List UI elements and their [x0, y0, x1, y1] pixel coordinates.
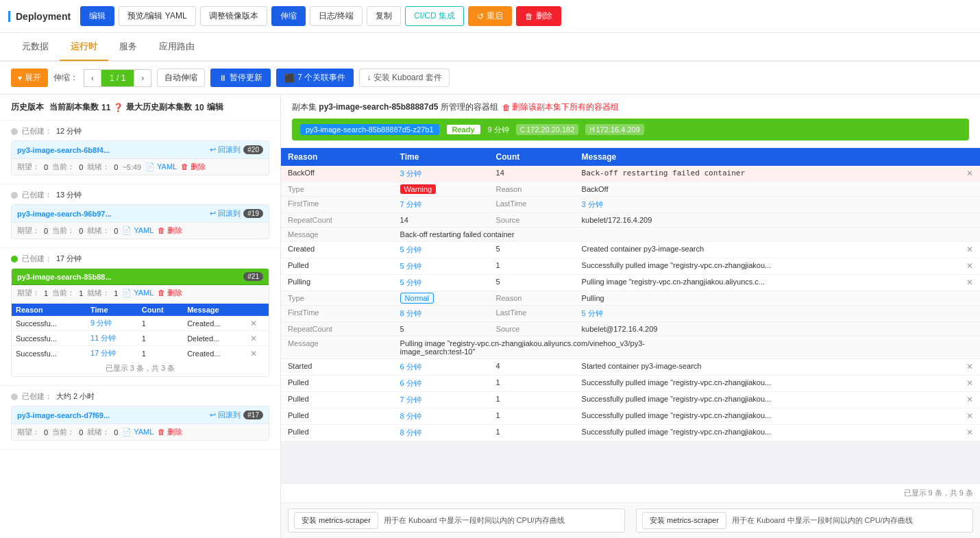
page-prev-button[interactable]: ‹	[84, 69, 101, 87]
col-message: Message	[575, 148, 980, 166]
yaml-link-4[interactable]: 📄 YAML	[122, 428, 154, 437]
delete-link-3[interactable]: 🗑 删除	[158, 288, 182, 298]
ready-badge: Ready	[446, 124, 481, 135]
container-time: 9 分钟	[488, 125, 509, 135]
container-name-tag[interactable]: py3-image-search-85b88887d5-z27b1	[300, 124, 439, 135]
install-kuboard-button[interactable]: ↓ 安装 Kuboard 套件	[359, 69, 449, 87]
pause-icon: ⏸	[219, 73, 227, 83]
col-count: Count	[489, 148, 575, 166]
replica-name-2[interactable]: py3-image-search-96b97...	[17, 210, 112, 218]
replica-item-2: 已创建： 13 分钟 py3-image-search-96b97... ↩ 回…	[0, 184, 280, 248]
page-next-button[interactable]: ›	[134, 69, 151, 87]
close-event-2[interactable]: ✕	[966, 245, 973, 254]
expand-button[interactable]: ▾ 展开	[11, 69, 48, 87]
container-group-label: 副本集 py3-image-search-85b88887d5 所管理的容器组	[292, 101, 498, 113]
app-title: Deployment	[8, 11, 71, 22]
action-bar: ▾ 展开 伸缩： ‹ 1 / 1 › 自动伸缩 ⏸ 暂停更新 ⬛ 7 个关联事件…	[0, 62, 980, 95]
edit-history-link[interactable]: 编辑	[207, 101, 223, 113]
replica-item-1: 已创建： 12 分钟 py3-image-search-6b8f4... ↩ 回…	[0, 121, 280, 184]
yaml-link-3[interactable]: 📄 YAML	[122, 289, 154, 297]
close-mini-event-3[interactable]: ✕	[250, 349, 257, 358]
replica-item-3: 已创建： 17 分钟 py3-image-search-85b88... #21…	[0, 248, 280, 386]
events-table-wrap: Reason Time Count Message BackOff 3 分钟 1…	[281, 148, 980, 483]
mini-event-row: Successfu... 9 分钟 1 Created... ✕	[12, 316, 269, 331]
yaml-link-1[interactable]: 📄 YAML	[145, 162, 177, 171]
close-event-8[interactable]: ✕	[966, 411, 973, 421]
container-group-section: 副本集 py3-image-search-85b88887d5 所管理的容器组 …	[281, 95, 980, 148]
install-metrics-btn-1[interactable]: 安装 metrics-scraper	[294, 512, 378, 529]
trash-icon: 🗑	[502, 103, 511, 112]
install-desc-2: 用于在 Kuboard 中显示一段时间以内的 CPU/内存曲线	[732, 515, 913, 526]
install-bar: 安装 metrics-scraper 用于在 Kuboard 中显示一段时间以内…	[281, 502, 980, 538]
replica-badge-2: #19	[243, 209, 263, 218]
event-row-started: Started 6 分钟 4 Started container py3-ima…	[281, 359, 980, 376]
replica-badge-1: #20	[243, 145, 263, 154]
event-detail-pulling-repeat: RepeatCount 5 Source kubelet@172.16.4.20…	[281, 322, 980, 337]
close-mini-event-1[interactable]: ✕	[250, 319, 257, 328]
replica-name-3[interactable]: py3-image-search-85b88...	[17, 273, 112, 281]
help-icon[interactable]: ❓	[113, 103, 123, 112]
pause-update-button[interactable]: ⏸ 暂停更新	[210, 69, 271, 87]
cicd-button[interactable]: CI/CD 集成	[405, 6, 464, 26]
event-row-pulling: Pulling 5 分钟 5 Pulling image "registry-v…	[281, 275, 980, 291]
main-content: 历史版本 当前副本集数 11 ❓ 最大历史副本集数 10 编辑 已创建： 12 …	[0, 95, 980, 538]
rollback-link-4[interactable]: ↩ 回滚到	[210, 410, 241, 420]
logs-button[interactable]: 日志/终端	[310, 6, 363, 26]
replica-badge-4: #17	[243, 411, 263, 419]
close-event-5[interactable]: ✕	[966, 362, 973, 371]
status-dot-2	[11, 192, 18, 199]
shrink-label: 伸缩：	[53, 72, 78, 84]
rollback-link-1[interactable]: ↩ 回滚到	[210, 145, 241, 155]
close-event-3[interactable]: ✕	[966, 261, 973, 271]
edit-button[interactable]: 编辑	[80, 6, 114, 26]
yaml-link-2[interactable]: 📄 YAML	[122, 226, 154, 235]
replica-name-1[interactable]: py3-image-search-6b8f4...	[17, 146, 110, 154]
pagination-control: ‹ 1 / 1 ›	[84, 69, 151, 87]
event-detail-type: Type Warning Reason BackOff	[281, 182, 980, 197]
delete-group-link[interactable]: 🗑 删除该副本集下所有的容器组	[502, 101, 619, 113]
tabs-bar: 元数据 运行时 服务 应用路由	[0, 33, 980, 62]
tab-routes[interactable]: 应用路由	[148, 34, 206, 61]
tab-runtime[interactable]: 运行时	[60, 34, 108, 61]
preview-yaml-button[interactable]: 预览/编辑 YAML	[119, 6, 195, 26]
scale-button[interactable]: 伸缩	[271, 6, 306, 26]
status-dot-4	[11, 393, 18, 400]
rollback-link-2[interactable]: ↩ 回滚到	[210, 208, 241, 219]
auto-scale-button[interactable]: 自动伸缩	[157, 69, 205, 87]
mini-events-table: ReasonTimeCountMessage Successfu... 9 分钟…	[12, 304, 269, 360]
delete-link-2[interactable]: 🗑 删除	[158, 225, 182, 236]
events-table: Reason Time Count Message BackOff 3 分钟 1…	[281, 148, 980, 441]
close-event-7[interactable]: ✕	[966, 395, 973, 404]
close-event-4[interactable]: ✕	[966, 278, 973, 287]
events-footer: 已显示 9 条，共 9 条	[281, 483, 980, 502]
mini-events-footer: 已显示 3 条，共 3 条	[12, 360, 269, 376]
container-ip-c: C172.20.20.182	[516, 124, 579, 135]
status-dot-3	[11, 256, 18, 262]
event-detail-pulling-time: FirstTime 8 分钟 LastTime 5 分钟	[281, 306, 980, 322]
install-metrics-btn-2[interactable]: 安装 metrics-scraper	[642, 512, 726, 529]
delete-link-4[interactable]: 🗑 删除	[158, 427, 182, 437]
replica-name-4[interactable]: py3-image-search-d7f69...	[17, 411, 110, 419]
event-detail-time: FirstTime 7 分钟 LastTime 3 分钟	[281, 197, 980, 213]
close-event-1[interactable]: ✕	[966, 169, 973, 178]
event-detail-repeat: RepeatCount 14 Source kubelet/172.16.4.2…	[281, 213, 980, 228]
restart-button[interactable]: ↺ 重启	[468, 6, 512, 26]
event-row-backoff: BackOff 3 分钟 14 Back-off restarting fail…	[281, 166, 980, 182]
tab-service[interactable]: 服务	[108, 34, 148, 61]
close-event-6[interactable]: ✕	[966, 378, 973, 388]
events-button[interactable]: ⬛ 7 个关联事件	[276, 69, 354, 87]
tab-metadata[interactable]: 元数据	[11, 34, 60, 61]
container-group-title: 副本集 py3-image-search-85b88887d5 所管理的容器组 …	[292, 101, 969, 113]
adjust-image-button[interactable]: 调整镜像版本	[200, 6, 267, 26]
close-mini-event-2[interactable]: ✕	[250, 334, 257, 343]
mini-event-row: Successfu... 17 分钟 1 Created... ✕	[12, 346, 269, 361]
delete-button[interactable]: 🗑 删除	[516, 6, 561, 26]
copy-button[interactable]: 复制	[367, 6, 401, 26]
close-event-9[interactable]: ✕	[966, 428, 973, 437]
replica-card-1: py3-image-search-6b8f4... ↩ 回滚到 #20 期望：0…	[11, 140, 269, 175]
event-detail-pulling-msg: Message Pulling image "registry-vpc.cn-z…	[281, 337, 980, 359]
event-row-created: Created 5 分钟 5 Created container py3-ima…	[281, 242, 980, 258]
delete-link-1[interactable]: 🗑 删除	[181, 162, 206, 172]
event-row-pulled-4: Pulled 8 分钟 1 Successfully pulled image …	[281, 408, 980, 425]
history-title: 历史版本 当前副本集数 11 ❓ 最大历史副本集数 10 编辑	[0, 95, 280, 121]
